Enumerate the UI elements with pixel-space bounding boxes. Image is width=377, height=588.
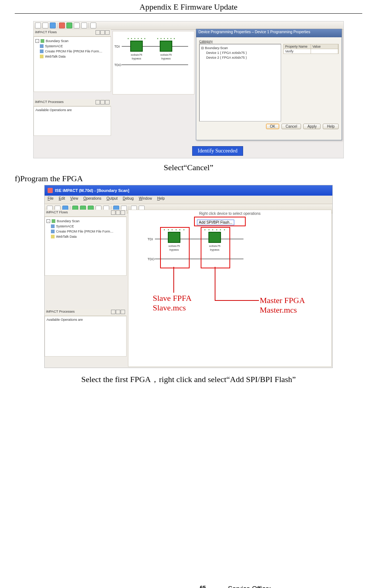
- menu-view[interactable]: View: [70, 196, 78, 203]
- screenshot-impact-boundary-scan: ISE iMPACT (M.70d) - [Boundary Scan] Fil…: [44, 185, 333, 368]
- tree2-create-prom[interactable]: Create PROM File (PROM File Form…: [56, 229, 114, 234]
- menu-output[interactable]: Output: [107, 196, 118, 203]
- dialog-properties: Property Name Value Verify: [283, 44, 339, 121]
- ok-button[interactable]: OK: [266, 124, 279, 129]
- processes-box: Available Operations are: [34, 106, 111, 136]
- tree2-systemace[interactable]: SystemACE: [56, 224, 74, 229]
- flows-title: iMPACT Flows: [35, 30, 57, 35]
- window-titlebar: ISE iMPACT (M.70d) - [Boundary Scan]: [45, 185, 332, 196]
- identify-succeeded-badge: Identify Succeeded: [192, 146, 243, 156]
- col-property-name: Property Name: [284, 44, 311, 49]
- add-spi-bpi-flash-menu[interactable]: Add SPI/BPI Flash...: [197, 220, 234, 225]
- page-header: Appendix E Firmware Update: [15, 0, 362, 13]
- screenshot-impact-dialog: iMPACT Flows -Boundary Scan SystemACE Cr…: [33, 21, 344, 158]
- flows-panel-header: iMPACT Flows: [34, 30, 111, 37]
- device-programming-dialog: Device Programming Properties – Device 1…: [196, 29, 342, 140]
- row-verify-value[interactable]: [311, 49, 338, 54]
- annotation-master: Master FPGA Master.mcs: [260, 296, 305, 315]
- processes-title-2: iMPACT Processes: [46, 310, 75, 315]
- menu-debug[interactable]: Debug: [123, 196, 134, 203]
- apply-button[interactable]: Apply: [303, 124, 321, 129]
- tree-webtalk[interactable]: WebTalk Data: [45, 54, 66, 59]
- chip2-name: xc6slx75: [157, 53, 175, 57]
- row-verify: Verify: [284, 49, 311, 54]
- menu-help[interactable]: Help: [157, 196, 165, 203]
- step-f-label: f)Program the FPGA: [15, 174, 362, 183]
- tree-boundary-scan[interactable]: Boundary Scan: [46, 38, 69, 44]
- chip1-mode: bypass: [128, 57, 145, 61]
- tool-icon[interactable]: [74, 23, 80, 28]
- app-icon: [48, 188, 53, 193]
- window-title: ISE iMPACT (M.70d) - [Boundary Scan]: [55, 188, 129, 193]
- chip-master-mode: bypass: [204, 248, 225, 252]
- processes-box-2: Available Operations are: [45, 316, 127, 357]
- chip-master-name: xc6slx75: [204, 244, 225, 248]
- flows-tree-2[interactable]: -Boundary Scan SystemACE Create PROM Fil…: [45, 217, 127, 276]
- open-icon[interactable]: [42, 23, 48, 28]
- menu-edit[interactable]: Edit: [59, 196, 65, 203]
- chain-canvas: TDI TDO xc6slx75 bypass xc6slx75 bypass: [113, 31, 194, 94]
- tool2-icon[interactable]: [81, 23, 87, 28]
- help-button[interactable]: Help: [323, 124, 339, 129]
- chain-canvas-2[interactable]: Right click device to select operations …: [128, 210, 332, 367]
- menubar[interactable]: File Edit View Operations Output Debug W…: [45, 196, 332, 204]
- menu-window[interactable]: Window: [139, 196, 152, 203]
- chip-slave-mode: bypass: [164, 248, 184, 252]
- page-number: 65: [15, 584, 228, 588]
- tree-systemace[interactable]: SystemACE: [45, 44, 63, 49]
- chip-slave-name: xc6slx75: [164, 244, 184, 248]
- processes-panel-header: iMPACT Processes: [34, 99, 111, 106]
- chip-1-icon[interactable]: [130, 41, 143, 52]
- save-icon[interactable]: [50, 23, 56, 28]
- annotation-slave: Slave FPFA Slave.mcs: [153, 293, 191, 313]
- dialog-titlebar: Device Programming Properties – Device 1…: [196, 29, 342, 37]
- tree-create-prom[interactable]: Create PROM File (PROM File Form…: [45, 49, 103, 54]
- page-footer: 65 Service Office: Tel: +86 21 50720560 …: [0, 584, 377, 588]
- delete-icon[interactable]: [59, 23, 65, 28]
- dlg-device-1[interactable]: Device 1 ( FPGA xc6slx75 ): [201, 51, 279, 55]
- cancel-button[interactable]: Cancel: [281, 124, 301, 129]
- tdo-label-2: TDO: [148, 257, 155, 261]
- caption-add-spi-bpi: Select the first FPGA，right click and se…: [15, 374, 362, 385]
- help-icon[interactable]: [90, 23, 96, 28]
- available-ops-label-2: Available Operations are: [46, 318, 83, 321]
- category-label: Category: [199, 39, 339, 43]
- menu-file[interactable]: File: [48, 196, 53, 203]
- chip-master-icon[interactable]: [208, 232, 221, 243]
- tdi-label-2: TDI: [148, 237, 153, 241]
- dlg-device-2[interactable]: Device 2 ( FPGA xc6slx75 ): [201, 55, 279, 60]
- caption-select-cancel: Select“Cancel”: [15, 163, 362, 172]
- chip-slave-icon[interactable]: [168, 232, 180, 243]
- flows-panel-header: iMPACT Flows: [45, 210, 127, 217]
- new-icon[interactable]: [35, 23, 41, 28]
- menu-operations[interactable]: Operations: [83, 196, 101, 203]
- header-rule: [15, 13, 362, 14]
- canvas-hint: Right click device to select operations: [128, 212, 331, 216]
- processes-panel-header-2: iMPACT Processes: [45, 309, 127, 316]
- dialog-category-tree[interactable]: ⊟ Boundary-Scan Device 1 ( FPGA xc6slx75…: [199, 44, 281, 121]
- tdo-label: TDO: [114, 63, 121, 67]
- chip-2-icon[interactable]: [160, 41, 172, 52]
- flows-tree[interactable]: -Boundary Scan SystemACE Create PROM Fil…: [34, 37, 111, 92]
- processes-title: iMPACT Processes: [35, 100, 63, 105]
- col-value: Value: [311, 44, 338, 49]
- chip1-name: xc6slx75: [128, 53, 145, 57]
- chip2-mode: bypass: [157, 57, 175, 61]
- flows-title-2: iMPACT Flows: [46, 210, 68, 216]
- service-office-label: Service Office:: [228, 584, 317, 588]
- tdi-label: TDI: [114, 45, 120, 48]
- dlg-boundary-scan[interactable]: Boundary-Scan: [205, 46, 228, 50]
- tree2-webtalk[interactable]: WebTalk Data: [56, 234, 77, 239]
- run-icon[interactable]: [66, 23, 72, 28]
- available-ops-label: Available Operations are: [35, 108, 72, 112]
- tree2-boundary-scan[interactable]: Boundary Scan: [57, 219, 80, 224]
